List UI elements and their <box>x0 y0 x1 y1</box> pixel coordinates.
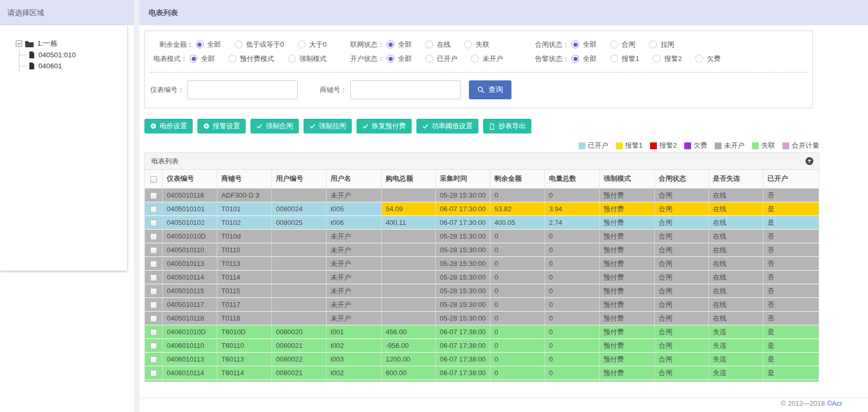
radio-selected-icon[interactable] <box>386 40 394 48</box>
radio-option[interactable]: 在线 <box>425 40 451 49</box>
column-header: 仪表编号 <box>162 170 217 188</box>
radio-option[interactable]: 大于0 <box>298 40 327 49</box>
radio-option[interactable]: 报警2 <box>653 54 682 64</box>
radio-unselected-icon[interactable] <box>298 40 306 48</box>
row-checkbox[interactable] <box>150 288 157 295</box>
radio-unselected-icon[interactable] <box>695 55 703 63</box>
power-threshold-settings-button[interactable]: 功率阈值设置 <box>416 119 478 133</box>
table-cell: 0080025 <box>271 215 326 229</box>
table-cell: 否 <box>763 188 819 202</box>
table-cell: 06-07 17:30:00 <box>435 202 490 215</box>
page-title: 电表列表 <box>139 0 868 25</box>
search-button[interactable]: 查询 <box>469 80 511 99</box>
radio-option[interactable]: 全部 <box>386 54 412 64</box>
row-checkbox[interactable] <box>150 315 157 322</box>
table-cell: 未开户 <box>326 243 381 256</box>
radio-option[interactable]: 全部 <box>571 54 597 64</box>
tree-root-node[interactable]: 1:一栋 <box>16 38 127 49</box>
radio-option[interactable]: 已开户 <box>425 54 457 64</box>
tree-item[interactable]: 040601 <box>19 60 127 71</box>
radio-selected-icon[interactable] <box>386 55 394 63</box>
radio-unselected-icon[interactable] <box>471 55 479 63</box>
radio-option[interactable]: 全部 <box>386 40 412 49</box>
row-checkbox[interactable] <box>150 343 157 349</box>
row-checkbox[interactable] <box>150 302 157 308</box>
radio-unselected-icon[interactable] <box>425 55 433 63</box>
radio-option[interactable]: 全部 <box>196 40 221 49</box>
radio-unselected-icon[interactable] <box>649 40 657 48</box>
restore-prepaid-button[interactable]: 恢复预付费 <box>357 119 412 133</box>
radio-unselected-icon[interactable] <box>610 55 618 63</box>
radio-option[interactable]: 报警1 <box>610 54 639 64</box>
table-cell: T6010D <box>217 325 271 338</box>
radio-unselected-icon[interactable] <box>653 55 661 63</box>
row-checkbox[interactable] <box>150 356 157 363</box>
tree-item-label: 040501:010 <box>38 51 76 59</box>
radio-unselected-icon[interactable] <box>235 40 243 48</box>
radio-option[interactable]: 强制模式 <box>288 54 327 64</box>
column-header: 已开户 <box>763 170 819 188</box>
radio-selected-icon[interactable] <box>190 55 197 63</box>
table-cell: 在线 <box>708 284 763 297</box>
radio-option[interactable]: 预付费模式 <box>228 54 274 64</box>
radio-option[interactable]: 欠费 <box>695 54 720 64</box>
table-cell: T0113 <box>217 256 271 270</box>
copyright-link[interactable]: ©Acr <box>827 399 842 407</box>
filter-group-label: 合闸状态： <box>523 40 569 49</box>
tree-item[interactable]: 040501:010 <box>19 49 127 60</box>
radio-option[interactable]: 未开户 <box>471 54 503 64</box>
shop-no-input[interactable] <box>350 80 461 99</box>
radio-unselected-icon[interactable] <box>610 40 618 48</box>
row-checkbox[interactable] <box>150 220 157 226</box>
radio-selected-icon[interactable] <box>196 40 204 48</box>
radio-unselected-icon[interactable] <box>228 55 236 63</box>
table-cell: 0406010110 <box>162 338 217 352</box>
radio-option[interactable]: 失联 <box>464 40 489 49</box>
table-cell: T010d <box>217 229 271 243</box>
select-all-checkbox[interactable] <box>150 176 157 183</box>
row-checkbox[interactable] <box>150 247 157 254</box>
radio-option-label: 欠费 <box>707 54 720 64</box>
table-cell: 2444.00 <box>381 379 435 382</box>
force-open-switch-button[interactable]: 强制拉闸 <box>304 119 352 133</box>
table-cell: 0 <box>490 325 545 338</box>
radio-unselected-icon[interactable] <box>464 40 472 48</box>
legend-label: 报警2 <box>660 141 677 150</box>
tree-collapse-icon[interactable] <box>16 40 22 47</box>
radio-selected-icon[interactable] <box>571 40 579 48</box>
row-checkbox[interactable] <box>150 233 157 240</box>
meter-reading-export-button[interactable]: 抄表导出 <box>483 119 531 133</box>
row-checkbox[interactable] <box>150 261 157 267</box>
radio-option[interactable]: 合闸 <box>610 40 635 49</box>
table-cell: 0 <box>545 338 599 352</box>
table-cell: 预付费 <box>599 188 654 202</box>
row-checkbox[interactable] <box>150 274 157 281</box>
search-row: 仪表编号： 商铺号： 查询 <box>145 80 812 99</box>
force-close-switch-button[interactable]: 强制合闸 <box>250 119 299 133</box>
row-checkbox-cell <box>145 243 162 256</box>
price-settings-button[interactable]: 电价设置 <box>144 119 193 133</box>
alarm-settings-button[interactable]: 报警设置 <box>197 119 246 133</box>
table-cell: T0101 <box>217 202 271 215</box>
radio-option[interactable]: 拉闸 <box>649 40 674 49</box>
meter-no-input[interactable] <box>187 80 298 99</box>
legend-label: 报警1 <box>625 141 643 150</box>
radio-option[interactable]: 低于或等于0 <box>235 40 284 49</box>
row-checkbox[interactable] <box>150 192 157 199</box>
collapse-up-icon[interactable] <box>806 157 813 165</box>
row-checkbox[interactable] <box>150 370 157 377</box>
table-cell: 0405010117 <box>162 297 217 311</box>
row-checkbox[interactable] <box>150 329 157 336</box>
table-cell: t005 <box>326 202 381 215</box>
radio-option-label: 在线 <box>437 40 451 49</box>
row-checkbox[interactable] <box>150 206 157 213</box>
radio-unselected-icon[interactable] <box>288 55 296 63</box>
table-cell: 05-28 15:30:00 <box>435 284 490 297</box>
radio-option[interactable]: 全部 <box>190 54 215 64</box>
radio-option[interactable]: 全部 <box>571 40 597 49</box>
table-header-row: 仪表编号商铺号用户编号用户名购电总额采集时间剩余金额电量总数强制模式合闸状态是否… <box>145 170 819 188</box>
radio-selected-icon[interactable] <box>571 55 579 63</box>
radio-unselected-icon[interactable] <box>425 40 433 48</box>
table-cell <box>381 256 435 270</box>
table-cell: 0 <box>490 256 545 270</box>
